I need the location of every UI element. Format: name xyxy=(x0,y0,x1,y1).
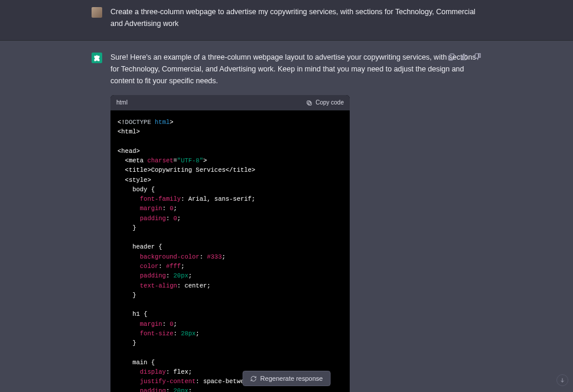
assistant-intro-text: Sure! Here's an example of a three-colum… xyxy=(110,51,481,87)
clipboard-icon[interactable] xyxy=(447,53,455,61)
code-body[interactable]: <!DOCTYPE html> <html> <head> <meta char… xyxy=(110,110,350,392)
assistant-message-row: Sure! Here's an example of a three-colum… xyxy=(0,41,573,392)
svg-rect-2 xyxy=(307,100,311,104)
svg-rect-0 xyxy=(450,54,454,59)
code-header: html Copy code xyxy=(110,95,350,110)
copy-code-button[interactable]: Copy code xyxy=(306,98,344,107)
code-language-label: html xyxy=(116,98,128,107)
feedback-actions xyxy=(447,53,481,61)
user-prompt: Create a three-column webpage to adverti… xyxy=(110,6,481,30)
regenerate-label: Regenerate response xyxy=(261,375,323,382)
arrow-down-icon xyxy=(559,377,565,383)
scroll-to-bottom-button[interactable] xyxy=(556,374,568,386)
user-avatar xyxy=(92,7,102,18)
thumbs-up-icon[interactable] xyxy=(460,53,468,61)
copy-code-label: Copy code xyxy=(315,98,344,107)
regenerate-response-button[interactable]: Regenerate response xyxy=(243,371,331,386)
user-message-row: Create a three-column webpage to adverti… xyxy=(0,0,573,41)
assistant-avatar xyxy=(92,53,102,63)
regenerate-icon xyxy=(250,375,257,382)
copy-icon xyxy=(306,100,312,106)
thumbs-down-icon[interactable] xyxy=(473,53,481,61)
svg-rect-1 xyxy=(308,102,312,105)
code-block: html Copy code <!DOCTYPE html> <html> <h… xyxy=(110,95,350,392)
